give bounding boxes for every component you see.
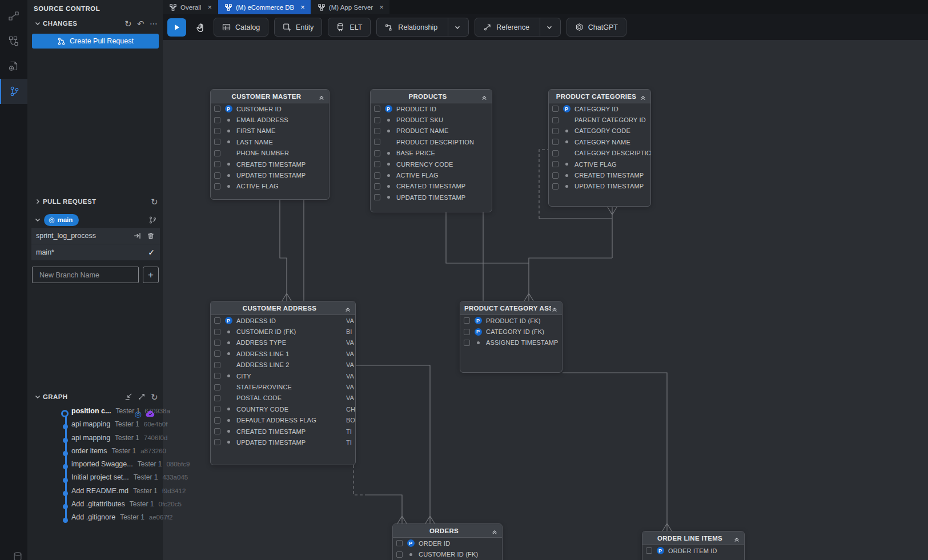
commit-row-ae067f2[interactable]: Add .gitignoreTester 1ae067f2	[27, 513, 163, 526]
table-field-row[interactable]: PHONE NUMBER	[211, 148, 329, 159]
table-field-row[interactable]: PRODUCT DESCRIPTION	[371, 136, 492, 147]
collapse-icon[interactable]	[318, 93, 325, 100]
table-field-row[interactable]: ADDRESS TYPEVA	[211, 337, 355, 348]
field-checkbox[interactable]	[214, 128, 220, 134]
field-checkbox[interactable]	[374, 172, 380, 179]
new-branch-input[interactable]	[32, 267, 139, 283]
entity-table-order-line-items[interactable]: ORDER LINE ITEMSPORDER ITEM ID	[642, 531, 745, 560]
table-field-row[interactable]: POSTAL CODEVA	[211, 393, 355, 404]
field-checkbox[interactable]	[374, 150, 380, 156]
field-checkbox[interactable]	[396, 551, 403, 558]
commit-row-60e4b0f[interactable]: api mappingTester 160e4b0f	[27, 420, 163, 433]
table-field-row[interactable]: DEFAULT ADDRESS FLAGBO	[211, 415, 355, 426]
sign-in-icon[interactable]	[127, 232, 141, 240]
collapse-icon[interactable]	[640, 93, 646, 100]
cloud-icon[interactable]	[146, 410, 155, 417]
field-checkbox[interactable]	[396, 540, 403, 546]
field-checkbox[interactable]	[374, 194, 380, 200]
table-header[interactable]: ORDERS	[393, 524, 502, 538]
field-checkbox[interactable]	[552, 106, 559, 112]
field-checkbox[interactable]	[214, 362, 220, 368]
field-checkbox[interactable]	[214, 172, 220, 179]
table-field-row[interactable]: FIRST NAME	[211, 126, 329, 136]
entity-table-products[interactable]: PRODUCTSPPRODUCT IDPRODUCT SKUPRODUCT NA…	[370, 89, 492, 212]
commit-row-7406f0d[interactable]: api mappingTester 17406f0d	[27, 434, 163, 447]
add-branch-button[interactable]: +	[143, 267, 159, 283]
changes-section-header[interactable]: CHANGES ↻↶⋯	[27, 16, 163, 31]
table-field-row[interactable]: ACTIVE FLAG	[371, 170, 492, 180]
table-field-row[interactable]: CATEGORY CODE	[549, 126, 650, 136]
table-field-row[interactable]: PARENT CATEGORY ID	[549, 114, 650, 125]
check-icon[interactable]: ✓	[142, 248, 155, 257]
activity-item-source-control[interactable]	[0, 79, 27, 104]
field-checkbox[interactable]	[214, 329, 220, 335]
table-field-row[interactable]: CURRENCY CODE	[371, 159, 492, 170]
undo-icon[interactable]: ↶	[137, 19, 144, 28]
field-checkbox[interactable]	[214, 428, 220, 434]
more-icon[interactable]: ⋯	[150, 19, 158, 27]
push-out-icon[interactable]	[138, 393, 146, 401]
entity-table-product-categories[interactable]: PRODUCT CATEGORIESPCATEGORY IDPARENT CAT…	[548, 89, 651, 207]
elt-button[interactable]: ELT	[328, 18, 371, 37]
select-tool-button[interactable]	[167, 18, 186, 37]
field-checkbox[interactable]	[374, 106, 380, 112]
entity-table-product-category-assignment[interactable]: PRODUCT CATEGORY ASSIG...PPRODUCT ID (FK…	[460, 301, 563, 373]
chevron-down-icon[interactable]	[34, 216, 42, 224]
commit-row-080bfc9[interactable]: imported Swagge...Tester 1080bfc9	[27, 460, 163, 473]
field-checkbox[interactable]	[214, 317, 220, 324]
collapse-icon[interactable]	[733, 535, 740, 542]
entity-table-customer-master[interactable]: CUSTOMER MASTERPCUSTOMER IDEMAIL ADDRESS…	[210, 89, 330, 200]
field-checkbox[interactable]	[374, 117, 380, 123]
table-field-row[interactable]: ADDRESS LINE 1VA	[211, 348, 355, 359]
commit-row-0fc20c5[interactable]: Add .gitattributesTester 10fc20c5	[27, 500, 163, 513]
commit-row-f9d3412[interactable]: Add README.mdTester 1f9d3412	[27, 487, 163, 500]
table-field-row[interactable]: ADDRESS LINE 2VA	[211, 360, 355, 370]
field-checkbox[interactable]	[552, 117, 559, 123]
branch-row-sprint_log_process[interactable]: sprint_log_process	[31, 228, 160, 244]
field-checkbox[interactable]	[214, 150, 220, 156]
table-field-row[interactable]: UPDATED TIMESTAMPTI	[211, 437, 355, 448]
table-field-row[interactable]: CREATED TIMESTAMPTI	[211, 426, 355, 437]
field-checkbox[interactable]	[214, 417, 220, 424]
branch-icon[interactable]	[148, 216, 157, 224]
table-field-row[interactable]: PRODUCT NAME	[371, 126, 492, 136]
field-checkbox[interactable]	[646, 547, 652, 554]
catalog-button[interactable]: Catalog	[214, 18, 268, 37]
reference-button[interactable]: Reference	[475, 18, 561, 37]
field-checkbox[interactable]	[214, 373, 220, 379]
relationship-button[interactable]: Relationship	[376, 18, 469, 37]
table-field-row[interactable]: PRODUCT SKU	[371, 114, 492, 125]
close-icon[interactable]: ×	[207, 3, 212, 11]
tab-2[interactable]: (M) eCommerce DB×	[218, 0, 311, 14]
table-header[interactable]: PRODUCT CATEGORY ASSIG...	[460, 301, 562, 315]
activity-item-workflow[interactable]	[0, 29, 27, 54]
entity-table-customer-address[interactable]: CUSTOMER ADDRESSPADDRESS IDVACUSTOMER ID…	[210, 301, 356, 465]
field-checkbox[interactable]	[214, 340, 220, 346]
table-field-row[interactable]: PPRODUCT ID (FK)	[460, 315, 562, 326]
table-header[interactable]: CUSTOMER ADDRESS	[211, 301, 355, 315]
dropdown-caret-icon[interactable]	[448, 18, 460, 36]
field-checkbox[interactable]	[214, 406, 220, 412]
field-checkbox[interactable]	[374, 161, 380, 167]
commit-row-433a045[interactable]: Initial project set...Tester 1433a045	[27, 473, 163, 486]
commit-row-670938a[interactable]: position c...Tester 1670938a◎	[27, 407, 163, 420]
table-field-row[interactable]: PADDRESS IDVA	[211, 315, 355, 326]
field-checkbox[interactable]	[214, 161, 220, 167]
close-icon[interactable]: ×	[379, 3, 384, 11]
field-checkbox[interactable]	[552, 183, 559, 190]
field-checkbox[interactable]	[552, 172, 559, 179]
field-checkbox[interactable]	[464, 317, 470, 324]
table-field-row[interactable]: PORDER ID	[393, 538, 502, 549]
field-checkbox[interactable]	[552, 150, 559, 156]
table-field-row[interactable]: ASSIGNED TIMESTAMP	[460, 337, 562, 348]
collapse-icon[interactable]	[491, 527, 498, 534]
pan-tool-button[interactable]	[192, 18, 208, 37]
table-field-row[interactable]: COUNTRY CODECH	[211, 404, 355, 414]
tab-1[interactable]: Overall×	[163, 0, 218, 14]
field-checkbox[interactable]	[214, 350, 220, 357]
table-field-row[interactable]: CATEGORY DESCRIPTION	[549, 148, 650, 159]
table-field-row[interactable]: PCUSTOMER ID	[211, 103, 329, 114]
field-checkbox[interactable]	[552, 161, 559, 167]
activity-item-file-export[interactable]	[0, 54, 27, 79]
collapse-icon[interactable]	[344, 305, 351, 312]
